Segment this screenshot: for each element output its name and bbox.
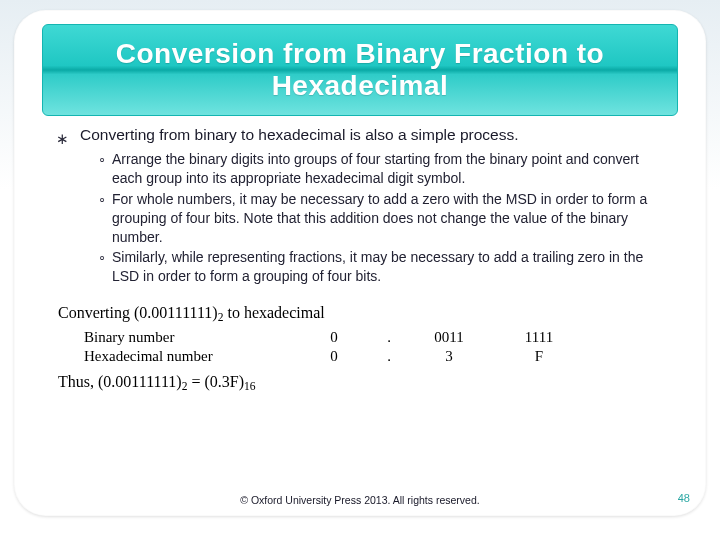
worked-example: Converting (0.00111111)2 to hexadecimal … <box>58 304 662 392</box>
slide-card: Conversion from Binary Fraction to Hexad… <box>14 10 706 516</box>
example-row-values: 0 . 3 F <box>294 348 662 365</box>
example-row-label: Binary number <box>84 329 294 346</box>
content-area: ∗ Converting from binary to hexadecimal … <box>14 116 706 286</box>
example-row-values: 0 . 0011 1111 <box>294 329 662 346</box>
digit-group: 1111 <box>494 329 584 346</box>
example-title: Converting (0.00111111)2 to hexadecimal <box>58 304 662 323</box>
digit-group: F <box>494 348 584 365</box>
example-row-label: Hexadecimal number <box>84 348 294 365</box>
example-title-suffix: to hexadecimal <box>223 304 324 321</box>
conclusion-sub2: 16 <box>244 380 256 392</box>
digit-group: 0 <box>294 329 374 346</box>
lead-line: ∗ Converting from binary to hexadecimal … <box>58 126 662 144</box>
example-conclusion: Thus, (0.00111111)2 = (0.3F)16 <box>58 373 662 392</box>
conclusion-mid: = (0.3F) <box>187 373 244 390</box>
binary-point-icon: . <box>374 348 404 365</box>
sub-bullet-item: Arrange the binary digits into groups of… <box>98 150 662 188</box>
sub-bullet-item: Similarly, while representing fractions,… <box>98 248 662 286</box>
example-row-hex: Hexadecimal number 0 . 3 F <box>58 348 662 365</box>
sub-bullet-list: Arrange the binary digits into groups of… <box>58 150 662 286</box>
lead-text: Converting from binary to hexadecimal is… <box>80 126 519 143</box>
example-title-prefix: Converting (0.00111111) <box>58 304 218 321</box>
digit-group: 0011 <box>404 329 494 346</box>
title-band: Conversion from Binary Fraction to Hexad… <box>42 24 678 116</box>
slide-title: Conversion from Binary Fraction to Hexad… <box>55 38 665 102</box>
lead-bullet-icon: ∗ <box>56 130 69 148</box>
copyright-footer: © Oxford University Press 2013. All righ… <box>14 494 706 506</box>
example-row-binary: Binary number 0 . 0011 1111 <box>58 329 662 346</box>
conclusion-prefix: Thus, (0.00111111) <box>58 373 182 390</box>
page-number: 48 <box>678 492 690 504</box>
sub-bullet-item: For whole numbers, it may be necessary t… <box>98 190 662 247</box>
binary-point-icon: . <box>374 329 404 346</box>
digit-group: 0 <box>294 348 374 365</box>
digit-group: 3 <box>404 348 494 365</box>
